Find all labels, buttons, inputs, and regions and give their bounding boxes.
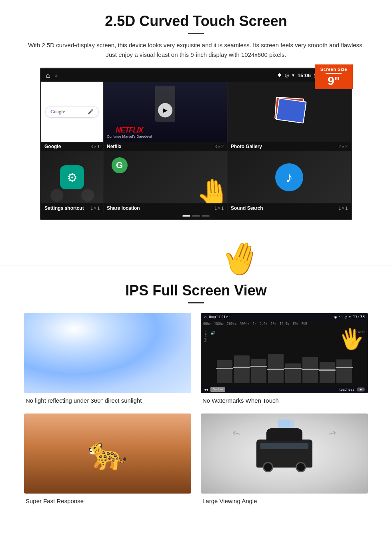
share-app-size: 1 × 1 [214,206,224,211]
google-tile-bg: Google 🎤 [41,82,103,142]
section-curved-screen: 2.5D Curved Touch Screen With 2.5D curve… [0,0,392,231]
amp-status-icons: ◉··◎▾17:33 [334,315,365,319]
share-location-tile[interactable]: G 🤚 [104,151,227,203]
amp-balance-label: Balance [204,331,207,343]
badge-title: Screen Size [320,67,347,72]
amp-slider-group [217,351,352,383]
share-app-name: Share location [107,205,140,211]
amp-freq-labels: 60hz100hz200hz500hz1k2.5k10k12.5k15kSUB [201,321,368,327]
scroll-dot-active [182,215,190,217]
settings-icon-wrapper: ⚙ [60,165,84,189]
app-label-google: Google 3 × 1 [41,142,103,151]
amp-slider-4[interactable] [268,354,284,383]
amp-hand-icon: 🖐 [337,325,366,353]
status-bar-left: ⌂ ⏚ [46,71,58,80]
photo-card-1 [276,98,307,123]
netflix-app-name: Netflix [107,144,122,149]
netflix-subtitle: Continue Marvel's Daredevil [107,134,152,138]
app-label-share: Share location 1 × 1 [104,203,227,213]
amp-slider-5[interactable] [285,363,301,383]
app-label-photo: Photo Gallery 2 × 2 [228,142,351,151]
play-button[interactable]: ▶ [158,103,172,117]
angle-arrow-left: ↖ [230,426,242,440]
netflix-app-tile[interactable]: ▶ NETFLIX Continue Marvel's Daredevil [104,82,227,142]
home-icon[interactable]: ⌂ [46,71,50,80]
sound-app-size: 1 × 1 [338,206,348,211]
amp-home-icon: ⌂ [204,315,206,319]
wifi-icon: ▾ [292,72,294,78]
cheetah-image: 🐆 [24,413,191,494]
feature-sunlight: No light reflecting under 360° direct su… [24,313,191,404]
amp-volume-ctrl: 🔊 [210,331,215,335]
section1-divider [188,33,204,34]
scroll-dot-1 [192,215,200,217]
cheetah-visual: 🐆 [24,413,191,494]
section2-divider [188,302,204,303]
app-grid-row1: Google 🎤 [41,82,351,142]
car-body [256,440,312,468]
amp-loudness-label: loudness [339,388,354,391]
photo-stack [273,96,305,128]
car-roof [266,428,302,441]
sound-app-name: Sound Search [231,205,263,211]
sound-tile-bg: ♪ [228,151,351,203]
screen-size-badge: Screen Size 9" [315,64,353,89]
badge-size: 9" [320,75,347,87]
speed-caption: Super Fast Response [24,498,191,504]
g-maps-icon: G [112,157,128,175]
amp-slider-2[interactable] [234,355,250,383]
google-app-size: 3 × 1 [90,145,100,149]
share-tile-bg: G 🤚 [104,151,227,203]
netflix-label: NETFLIX Continue Marvel's Daredevil [107,126,152,138]
amp-slider-8[interactable] [336,359,352,383]
google-app-tile[interactable]: Google 🎤 [41,82,103,142]
music-icon-circle: ♪ [275,163,303,191]
amp-back-icon: ◀◀ [204,388,208,391]
amp-slider-3[interactable] [251,359,267,383]
amp-title: Amplifier [209,315,230,319]
netflix-brand-text: NETFLIX [116,126,143,134]
usb-icon: ⏚ [54,72,58,78]
photo-app-name: Photo Gallery [231,144,262,149]
car-windscreen-glow [260,443,308,449]
amp-slider-1[interactable] [217,360,232,383]
settings-icon-circle: ⚙ [60,165,84,189]
watermark-caption: No Watermarks When Touch [201,397,368,404]
section1-title: 2.5D Curved Touch Screen [24,13,368,30]
photo-gallery-tile[interactable] [228,82,351,142]
car-wheel-right [296,462,306,472]
settings-app-name: Settings shortcut [44,205,84,211]
amplifier-image: ⌂ Amplifier ◉··◎▾17:33 60hz100hz200hz500… [201,313,368,393]
car-image: ↖ ↗ [201,413,368,494]
status-time: 15:06 [298,72,311,78]
status-bar: ⌂ ⏚ ✱ ◎ ▾ 15:06 📷 🔊 🔋 ▣ [41,69,351,82]
amp-slider-7[interactable] [320,362,335,383]
bluetooth-icon: ✱ [278,72,282,78]
amp-toggle[interactable]: ● [357,387,365,391]
car-wheel-left [263,462,273,472]
app-grid-row2: ⚙ [41,151,351,203]
car-diagram: ↖ ↗ [256,440,312,468]
google-logo: Google [50,109,65,115]
google-app-name: Google [44,144,61,149]
google-search-bar[interactable]: Google 🎤 [45,106,99,118]
app-label-sound: Sound Search 1 × 1 [228,203,351,213]
scroll-dot-2 [202,215,210,217]
features-grid: No light reflecting under 360° direct su… [24,313,368,504]
feature-watermark: ⌂ Amplifier ◉··◎▾17:33 60hz100hz200hz500… [201,313,368,404]
car-rear-window [278,420,290,428]
svg-text:G: G [116,160,123,170]
screen-mockup-wrapper: Screen Size 9" ⌂ ⏚ ✱ ◎ ▾ 15:06 📷 🔊 🔋 [40,68,352,220]
location-icon: ◎ [285,72,289,78]
amp-slider-6[interactable] [302,357,318,383]
amp-custom-btn[interactable]: Custom [210,387,225,392]
google-mic-icon[interactable]: 🎤 [88,109,94,114]
scroll-indicator [41,213,351,219]
settings-app-size: 1 × 1 [90,206,100,211]
feature-viewing-angle: ↖ ↗ Large Viewing Angle [201,413,368,504]
app-label-netflix: Netflix 3 × 2 [104,142,227,151]
amp-sliders-area: Balance 🔊 Fader [201,327,368,386]
settings-tile[interactable]: ⚙ [41,151,103,203]
feature-speed: 🐆 Super Fast Response [24,413,191,504]
sound-search-tile[interactable]: ♪ [228,151,351,203]
